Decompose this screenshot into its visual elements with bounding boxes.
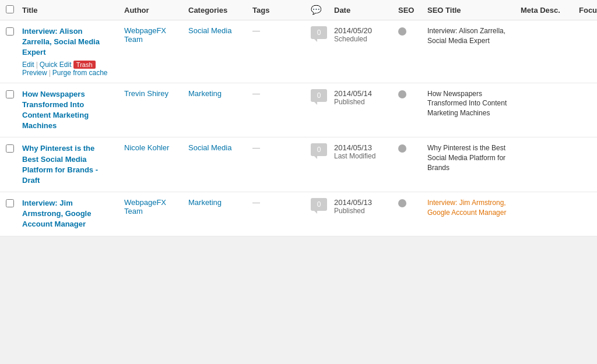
header-seo[interactable]: SEO [392,0,422,20]
row-comment-cell: 0 [305,20,328,83]
row-date-cell: 2014/05/20Scheduled [328,20,392,83]
seo-status-dot [398,199,406,207]
row-focus-kw-cell [573,20,597,83]
comment-count-bubble[interactable]: 0 [311,198,327,211]
header-tags[interactable]: Tags [247,0,305,20]
row-checkbox-cell [0,192,16,236]
row-meta-desc-cell [515,20,573,83]
post-status: Published [334,207,387,215]
table-row: How Newspapers Transformed Into Content … [0,83,597,137]
seo-title-text: Interview: Jim Armstrong, Google Account… [427,199,506,217]
row-checkbox[interactable] [6,90,14,98]
seo-title-text: Interview: Alison Zarrella, Social Media… [427,27,505,45]
row-date-cell: 2014/05/14Published [328,83,392,137]
quick-edit-action[interactable]: Quick Edit [40,61,72,69]
row-checkbox-cell [0,83,16,137]
tags-value: — [252,198,260,207]
post-status: Scheduled [334,35,387,43]
row-author-cell: Nicole Kohler [118,137,182,192]
post-title-link[interactable]: Interview: Jim Armstrong, Google Account… [22,198,113,230]
comment-count-bubble[interactable]: 0 [311,26,327,39]
row-seo-title-cell: How Newspapers Transformed Into Content … [422,83,515,137]
row-categories-cell: Social Media [182,137,247,192]
category-link[interactable]: Marketing [188,89,222,98]
category-link[interactable]: Marketing [188,198,222,207]
row-focus-kw-cell [573,83,597,137]
row-title-cell: How Newspapers Transformed Into Content … [16,83,118,137]
purge-action[interactable]: Purge from cache [52,69,108,77]
row-checkbox-cell [0,137,16,192]
row-title-cell: Interview: Alison Zarrella, Social Media… [16,20,118,83]
seo-status-dot [398,90,406,98]
posts-table-container: Title Author Categories Tags 💬 Date SEO … [0,0,597,236]
header-checkbox-cell [0,0,16,20]
table-header-row: Title Author Categories Tags 💬 Date SEO … [0,0,597,20]
row-date-cell: 2014/05/13Published [328,192,392,236]
row-tags-cell: — [247,192,305,236]
seo-title-text: How Newspapers Transformed Into Content … [427,90,507,118]
row-author-cell: WebpageFX Team [118,192,182,236]
row-categories-cell: Marketing [182,192,247,236]
row-checkbox[interactable] [6,199,14,207]
header-date[interactable]: Date [328,0,392,20]
row-checkbox[interactable] [6,27,14,36]
post-date: 2014/05/14 [334,89,387,98]
row-seo-title-cell: Interview: Alison Zarrella, Social Media… [422,20,515,83]
category-link[interactable]: Social Media [188,143,231,152]
row-tags-cell: — [247,137,305,192]
header-focus-kw[interactable]: Focus KW [573,0,597,20]
row-date-cell: 2014/05/13Last Modified [328,137,392,192]
row-tags-cell: — [247,20,305,83]
header-meta-desc[interactable]: Meta Desc. [515,0,573,20]
post-title-link[interactable]: Interview: Alison Zarrella, Social Media… [22,26,113,58]
trash-action[interactable]: Trash [73,61,96,69]
row-seo-cell [392,137,422,192]
row-comment-cell: 0 [305,83,328,137]
author-link[interactable]: Nicole Kohler [124,143,169,152]
edit-action[interactable]: Edit [22,61,34,69]
row-seo-cell [392,192,422,236]
row-focus-kw-cell [573,192,597,236]
comment-count-bubble[interactable]: 0 [311,143,327,156]
post-status: Last Modified [334,152,387,160]
category-link[interactable]: Social Media [188,26,231,35]
comment-count-bubble[interactable]: 0 [311,89,327,102]
table-row: Interview: Jim Armstrong, Google Account… [0,192,597,236]
seo-title-text: Why Pinterest is the Best Social Media P… [427,144,505,172]
author-link[interactable]: Trevin Shirey [124,89,168,98]
post-date: 2014/05/13 [334,198,387,207]
tags-value: — [252,26,260,35]
separator: | [36,61,38,69]
tags-value: — [252,89,260,98]
header-title[interactable]: Title [16,0,118,20]
tags-value: — [252,143,260,152]
row-comment-cell: 0 [305,137,328,192]
row-title-cell: Interview: Jim Armstrong, Google Account… [16,192,118,236]
preview-action[interactable]: Preview [22,69,47,77]
post-title-link[interactable]: How Newspapers Transformed Into Content … [22,89,113,132]
row-meta-desc-cell [515,137,573,192]
author-link[interactable]: WebpageFX Team [124,198,166,215]
table-row: Interview: Alison Zarrella, Social Media… [0,20,597,83]
row-seo-title-cell: Interview: Jim Armstrong, Google Account… [422,192,515,236]
row-seo-title-cell: Why Pinterest is the Best Social Media P… [422,137,515,192]
row-author-cell: Trevin Shirey [118,83,182,137]
post-title-link[interactable]: Why Pinterest is the Best Social Media P… [22,143,113,186]
select-all-checkbox[interactable] [6,5,14,13]
table-body: Interview: Alison Zarrella, Social Media… [0,20,597,236]
author-link[interactable]: WebpageFX Team [124,26,166,44]
row-meta-desc-cell [515,83,573,137]
header-comment: 💬 [305,0,328,20]
table-row: Why Pinterest is the Best Social Media P… [0,137,597,192]
seo-status-dot [398,27,406,36]
row-actions: Edit|Quick Edit TrashPreview|Purge from … [22,61,113,77]
header-categories[interactable]: Categories [182,0,247,20]
header-author[interactable]: Author [118,0,182,20]
row-checkbox[interactable] [6,144,14,153]
header-seo-title[interactable]: SEO Title [422,0,515,20]
post-date: 2014/05/13 [334,143,387,152]
post-status: Published [334,98,387,106]
row-seo-cell [392,83,422,137]
row-comment-cell: 0 [305,192,328,236]
row-meta-desc-cell [515,192,573,236]
